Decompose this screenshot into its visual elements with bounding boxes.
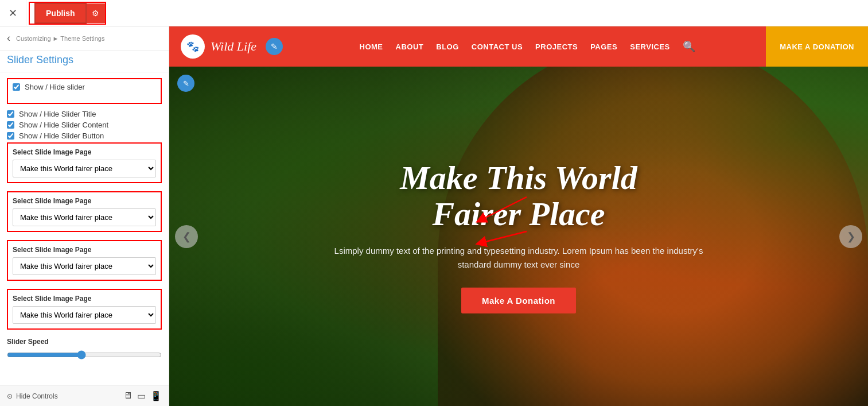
- checkbox-show-hide-title-input[interactable]: [7, 110, 14, 118]
- close-icon: ✕: [9, 7, 17, 20]
- nav-blog[interactable]: BLOG: [436, 42, 459, 51]
- checkbox-show-hide-content-input[interactable]: [7, 121, 14, 129]
- checkbox-show-hide-button-label: Show / Hide Slider Button: [19, 132, 104, 140]
- logo-edit-button[interactable]: ✎: [266, 38, 283, 55]
- slider-speed-section: Slider Speed: [7, 338, 162, 362]
- back-button[interactable]: ‹: [7, 32, 10, 44]
- top-bar: ✕ Publish ⚙: [0, 0, 868, 26]
- checkbox-show-hide-content[interactable]: Show / Hide Slider Content: [7, 121, 162, 129]
- select-section-3: Select Slide Image Page Make this World …: [7, 240, 162, 281]
- checkbox-show-hide-title[interactable]: Show / Hide Slider Title: [7, 110, 162, 118]
- nav-about[interactable]: ABOUT: [396, 42, 424, 51]
- nav-pages[interactable]: PAGES: [590, 42, 617, 51]
- hero-description: Lsimply dummy text of the printing and t…: [318, 244, 719, 272]
- main-layout: ‹ Customizing ► Theme Settings Slider Se…: [0, 26, 868, 406]
- checkbox-show-hide-slider-input[interactable]: [13, 83, 20, 91]
- nav-contact[interactable]: CONTACT US: [472, 42, 523, 51]
- checkbox-show-hide-slider-label: Show / Hide slider: [25, 83, 85, 91]
- next-icon: ❯: [847, 230, 855, 243]
- select-section-1: Select Slide Image Page Make this World …: [7, 142, 162, 183]
- sidebar: ‹ Customizing ► Theme Settings Slider Se…: [0, 26, 169, 406]
- checkbox-show-hide-slider[interactable]: Show / Hide slider: [13, 83, 156, 91]
- checkbox-show-hide-button[interactable]: Show / Hide Slider Button: [7, 132, 162, 140]
- site-header: 🐾 Wild Life ✎ HOME ABOUT BLOG CONTACT US…: [169, 26, 868, 67]
- gear-button[interactable]: ⚙: [87, 3, 105, 23]
- breadcrumb: Customizing ► Theme Settings: [16, 35, 104, 42]
- select-section-2: Select Slide Image Page Make this World …: [7, 191, 162, 232]
- breadcrumb-section: Theme Settings: [60, 35, 104, 42]
- nav-services[interactable]: SERVICES: [630, 42, 670, 51]
- logo-circle: 🐾: [181, 34, 205, 59]
- slider-prev-button[interactable]: ❮: [175, 225, 198, 248]
- nav-projects[interactable]: PROJECTS: [535, 42, 578, 51]
- breadcrumb-customizing: Customizing: [16, 35, 51, 42]
- hero-edit-button[interactable]: ✎: [177, 75, 194, 92]
- hide-controls-label: Hide Controls: [16, 392, 58, 400]
- hero-slider: ✎ ❮ ❯ Make This World Fairer Place Lsimp…: [169, 67, 868, 406]
- hero-content: Make This World Fairer Place Lsimply dum…: [318, 159, 719, 314]
- slider-speed-input[interactable]: [7, 350, 162, 359]
- checkbox-show-hide-button-input[interactable]: [7, 132, 14, 140]
- sidebar-header: ‹ Customizing ► Theme Settings: [0, 26, 169, 51]
- checkbox-show-hide-content-label: Show / Hide Slider Content: [19, 121, 108, 129]
- select-section-4: Select Slide Image Page Make this World …: [7, 289, 162, 330]
- select-label-4: Select Slide Image Page: [13, 295, 156, 303]
- publish-area: Publish ⚙: [29, 2, 106, 25]
- breadcrumb-sep: ►: [53, 35, 59, 42]
- hide-controls-button[interactable]: ⊙ Hide Controls: [7, 392, 58, 400]
- pencil-icon: ✎: [183, 79, 189, 88]
- circle-icon: ⊙: [7, 392, 13, 400]
- prev-icon: ❮: [182, 230, 191, 243]
- hero-title-line2: Fairer Place: [432, 195, 605, 233]
- nav-home[interactable]: HOME: [360, 42, 383, 51]
- hero-title-line1: Make This World: [400, 158, 637, 196]
- preview-area: 🐾 Wild Life ✎ HOME ABOUT BLOG CONTACT US…: [169, 26, 868, 406]
- site-logo: 🐾 Wild Life ✎: [169, 34, 294, 59]
- mobile-icon[interactable]: 📱: [150, 390, 162, 401]
- show-hide-slider-box: Show / Hide slider: [7, 78, 162, 104]
- select-label-3: Select Slide Image Page: [13, 246, 156, 254]
- select-slide-page-3[interactable]: Make this World fairer place: [13, 257, 156, 275]
- tablet-icon[interactable]: ▭: [137, 390, 146, 401]
- checkbox-show-hide-title-label: Show / Hide Slider Title: [19, 110, 96, 118]
- publish-button[interactable]: Publish: [34, 3, 87, 24]
- search-icon[interactable]: 🔍: [683, 40, 695, 53]
- select-slide-page-1[interactable]: Make this World fairer place: [13, 160, 156, 177]
- hero-title: Make This World Fairer Place: [318, 159, 719, 233]
- sidebar-footer: ⊙ Hide Controls 🖥 ▭ 📱: [0, 385, 169, 406]
- site-nav: HOME ABOUT BLOG CONTACT US PROJECTS PAGE…: [294, 40, 766, 53]
- close-button[interactable]: ✕: [0, 0, 26, 26]
- select-label-2: Select Slide Image Page: [13, 197, 156, 205]
- desktop-icon[interactable]: 🖥: [123, 390, 133, 401]
- donate-button[interactable]: MAKE A DONATION: [766, 26, 868, 67]
- slider-next-button[interactable]: ❯: [839, 225, 862, 248]
- device-icons: 🖥 ▭ 📱: [123, 390, 162, 401]
- select-slide-page-2[interactable]: Make this World fairer place: [13, 208, 156, 226]
- select-label-1: Select Slide Image Page: [13, 148, 156, 156]
- slider-speed-label: Slider Speed: [7, 338, 162, 346]
- gear-icon: ⚙: [92, 9, 99, 18]
- logo-text: Wild Life: [211, 39, 256, 54]
- sidebar-content: Show / Hide slider Show / Hide Slider Ti…: [0, 72, 169, 385]
- sidebar-title: Slider Settings: [0, 51, 169, 72]
- select-slide-page-4[interactable]: Make this World fairer place: [13, 306, 156, 324]
- hero-cta-button[interactable]: Make A Donation: [461, 288, 576, 314]
